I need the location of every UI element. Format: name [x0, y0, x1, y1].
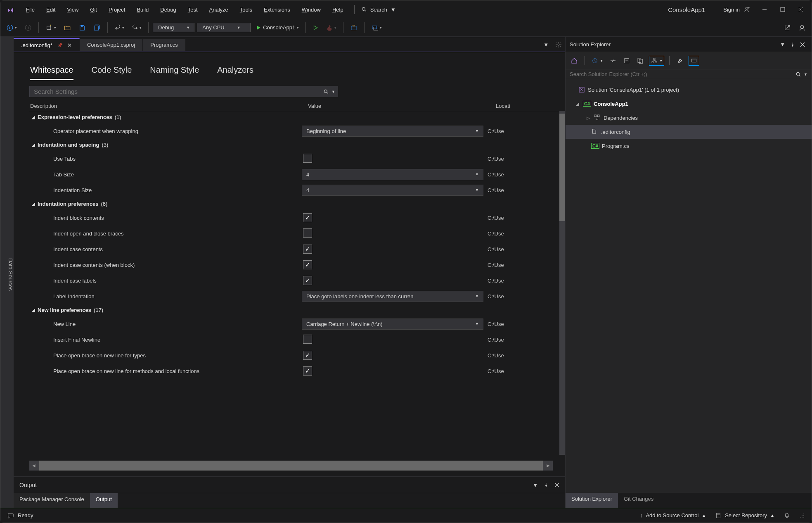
close-button[interactable] [793, 4, 809, 15]
value-checkbox[interactable] [303, 351, 312, 360]
tree-project-node[interactable]: ◢ C# ConsoleApp1 [566, 97, 812, 111]
menu-edit[interactable]: Edit [40, 4, 61, 15]
sol-properties-button[interactable] [675, 55, 685, 66]
sol-home-button[interactable] [569, 55, 580, 66]
side-tab-data-sources[interactable]: Data Sources [0, 37, 14, 508]
close-icon[interactable]: ✕ [67, 42, 72, 48]
share-button[interactable] [781, 22, 793, 33]
expand-icon[interactable]: ◢ [575, 102, 580, 106]
menu-git[interactable]: Git [84, 4, 103, 15]
menu-file[interactable]: File [20, 4, 40, 15]
menu-project[interactable]: Project [103, 4, 131, 15]
vertical-scrollbar[interactable] [559, 111, 565, 455]
save-all-button[interactable] [91, 22, 103, 33]
menu-window[interactable]: Window [296, 4, 327, 15]
maximize-button[interactable] [774, 4, 791, 15]
col-location[interactable]: Locati [496, 103, 565, 109]
settings-group-header[interactable]: ◢Expression-level preferences (1) [29, 111, 559, 123]
doc-tab[interactable]: ConsoleApp1.csproj [80, 39, 143, 51]
menu-view[interactable]: View [61, 4, 84, 15]
value-dropdown[interactable]: 4▼ [302, 169, 483, 180]
sol-pin-button[interactable] [788, 40, 798, 49]
menu-help[interactable]: Help [327, 4, 349, 15]
tree-file-editorconfig[interactable]: .editorconfig [566, 125, 812, 139]
menu-test[interactable]: Test [182, 4, 204, 15]
value-checkbox[interactable] [303, 154, 312, 163]
sol-show-all-button[interactable] [635, 55, 646, 66]
configuration-dropdown[interactable]: Debug▼ [153, 23, 194, 32]
nav-back-button[interactable]: ▾ [4, 22, 19, 33]
ec-tab-code-style[interactable]: Code Style [92, 64, 132, 80]
value-dropdown[interactable]: 4▼ [302, 185, 483, 196]
value-dropdown[interactable]: Beginning of line▼ [302, 126, 483, 137]
tabs-dropdown-button[interactable]: ▼ [540, 39, 552, 50]
expand-icon[interactable]: ▷ [585, 116, 591, 120]
sign-in-button[interactable]: Sign in [719, 5, 755, 14]
settings-group-header[interactable]: ◢Indentation and spacing (3) [29, 139, 559, 151]
value-checkbox[interactable] [303, 260, 312, 269]
col-description[interactable]: Description [29, 103, 308, 109]
col-value[interactable]: Value [308, 103, 496, 109]
menu-analyze[interactable]: Analyze [204, 4, 234, 15]
output-dropdown-button[interactable]: ▼ [533, 482, 538, 488]
value-checkbox[interactable] [303, 213, 312, 222]
live-share-button[interactable]: ▾ [369, 22, 384, 33]
value-checkbox[interactable] [303, 228, 312, 238]
status-notifications[interactable] [784, 512, 790, 519]
sol-close-button[interactable] [798, 40, 807, 49]
ec-tab-naming-style[interactable]: Naming Style [150, 64, 199, 80]
value-checkbox[interactable] [303, 276, 312, 285]
panel-tab[interactable]: Output [90, 493, 118, 508]
settings-group-header[interactable]: ◢New line preferences (17) [29, 304, 559, 316]
sol-preview-selected-button[interactable] [689, 56, 699, 66]
value-checkbox[interactable] [303, 335, 312, 344]
save-button[interactable] [76, 22, 88, 33]
tree-file-program[interactable]: C# Program.cs [566, 139, 812, 153]
search-settings-input[interactable]: ▼ [29, 86, 338, 97]
sol-pending-button[interactable]: ▾ [590, 56, 604, 66]
settings-group-header[interactable]: ◢Indentation preferences (6) [29, 198, 559, 210]
right-panel-tab[interactable]: Solution Explorer [566, 493, 618, 508]
status-resize-grip[interactable] [799, 513, 805, 518]
solution-search-input[interactable]: ▼ [566, 69, 812, 79]
menu-tools[interactable]: Tools [234, 4, 258, 15]
title-search[interactable]: Search ▼ [351, 3, 399, 16]
minimize-button[interactable] [756, 4, 773, 15]
pin-icon[interactable]: 📌 [57, 43, 62, 48]
status-source-control[interactable]: ↑Add to Source Control▲ [640, 512, 706, 518]
status-repository[interactable]: Select Repository▲ [715, 512, 774, 519]
output-close-button[interactable] [554, 483, 559, 487]
start-wo-debug-button[interactable] [310, 23, 321, 32]
sol-collapse-button[interactable] [622, 56, 632, 66]
menu-extensions[interactable]: Extensions [258, 4, 296, 15]
sol-view-dropdown[interactable]: ▼ [777, 40, 788, 49]
nav-forward-button[interactable] [22, 22, 34, 33]
doc-tab[interactable]: .editorconfig*📌✕ [14, 38, 80, 51]
tree-solution-node[interactable]: Solution 'ConsoleApp1' (1 of 1 project) [566, 83, 812, 97]
horizontal-scrollbar[interactable]: ◄► [29, 461, 553, 471]
platform-dropdown[interactable]: Any CPU▼ [197, 23, 251, 32]
sol-sync-button[interactable] [608, 55, 618, 66]
sol-preview-button[interactable]: ▾ [649, 56, 664, 66]
feedback-button[interactable] [796, 22, 808, 33]
redo-button[interactable]: ▾ [129, 23, 144, 33]
toolbox-button[interactable] [348, 22, 360, 33]
value-dropdown[interactable]: Carriage Return + Newline (\r\n)▼ [302, 319, 483, 330]
ec-tab-analyzers[interactable]: Analyzers [217, 64, 253, 80]
hot-reload-button[interactable]: ▾ [323, 22, 339, 33]
right-panel-tab[interactable]: Git Changes [618, 493, 659, 508]
tabs-settings-button[interactable] [552, 39, 565, 50]
value-dropdown[interactable]: Place goto labels one indent less than c… [302, 291, 483, 302]
open-button[interactable] [61, 22, 73, 33]
ec-tab-whitespace[interactable]: Whitespace [30, 64, 73, 80]
start-debug-button[interactable]: ConsoleApp1▾ [253, 23, 301, 32]
output-pin-button[interactable] [544, 483, 549, 487]
tree-dependencies-node[interactable]: ▷ Dependencies [566, 111, 812, 125]
value-checkbox[interactable] [303, 245, 312, 254]
undo-button[interactable]: ▾ [112, 23, 127, 33]
panel-tab[interactable]: Package Manager Console [14, 493, 90, 508]
new-project-button[interactable]: ▾ [43, 22, 59, 33]
menu-debug[interactable]: Debug [154, 4, 182, 15]
value-checkbox[interactable] [303, 366, 312, 376]
doc-tab[interactable]: Program.cs [143, 39, 185, 51]
